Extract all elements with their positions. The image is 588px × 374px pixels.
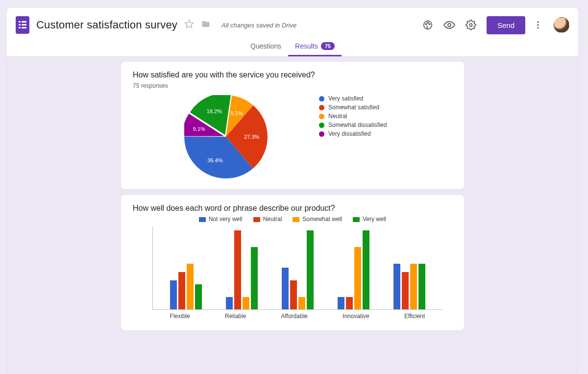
tab-results-label: Results: [295, 42, 318, 50]
bar-group: [170, 264, 202, 310]
app-window: Customer satisfaction survey All changes…: [7, 8, 578, 374]
bar: [290, 280, 297, 310]
legend-swatch: [319, 131, 324, 137]
svg-rect-2: [19, 24, 21, 25]
bar-category-label: Innovative: [343, 313, 369, 320]
legend-swatch: [319, 105, 324, 110]
bar: [346, 297, 353, 310]
bar: [307, 230, 314, 310]
legend-item: Somewhat satisfied: [319, 104, 387, 111]
question-1-responses: 75 responses: [133, 82, 452, 89]
svg-rect-5: [22, 27, 26, 28]
forms-logo-icon: [19, 20, 26, 30]
tab-bar: Questions Results 75: [7, 37, 578, 57]
send-button[interactable]: Send: [487, 16, 525, 34]
bar-legend-item: Somewhat well: [293, 216, 342, 223]
bar: [410, 264, 417, 310]
document-title[interactable]: Customer satisfaction survey: [36, 19, 177, 31]
results-page: How satisfied are you with the service y…: [7, 57, 578, 374]
legend-swatch: [319, 114, 324, 119]
header-bar: Customer satisfaction survey All changes…: [7, 8, 578, 37]
svg-point-12: [469, 24, 472, 26]
bar: [393, 264, 400, 310]
forms-logo[interactable]: [16, 16, 29, 34]
bar: [298, 297, 305, 310]
svg-point-10: [429, 24, 430, 25]
bar-group: [226, 230, 258, 310]
bar: [402, 272, 409, 310]
legend-item: Very dissatisfied: [319, 130, 387, 137]
bar: [234, 230, 241, 310]
legend-swatch: [253, 217, 260, 222]
svg-rect-1: [22, 21, 26, 23]
bar-group: [338, 230, 369, 310]
bar-legend-item: Neutral: [253, 216, 282, 223]
svg-point-14: [537, 24, 539, 25]
bar: [170, 280, 177, 310]
legend-swatch: [319, 96, 324, 101]
svg-marker-6: [185, 20, 194, 28]
bar: [282, 268, 289, 309]
legend-item: Very satisfied: [319, 95, 387, 102]
bar: [338, 297, 344, 310]
legend-swatch: [293, 217, 299, 222]
bar-legend-item: Not very well: [199, 216, 243, 223]
legend-label: Somewhat satisfied: [328, 104, 379, 111]
legend-label: Somewhat dissatisfied: [328, 122, 387, 128]
bar: [251, 247, 258, 310]
star-icon[interactable]: [184, 19, 194, 31]
pie-chart: 9.1%18.2%9.1%27.3%36.4%: [162, 95, 290, 178]
bar: [187, 264, 194, 310]
bar-category-label: Affordable: [281, 313, 308, 320]
avatar[interactable]: [554, 17, 569, 33]
bar: [195, 284, 202, 309]
legend-swatch: [199, 217, 206, 222]
legend-swatch: [319, 123, 324, 128]
bar-category-label: Flexible: [170, 313, 190, 320]
bar-legend: Not very wellNeutralSomewhat wellVery we…: [133, 216, 452, 223]
svg-point-15: [537, 27, 539, 28]
svg-point-13: [537, 22, 539, 23]
svg-rect-4: [19, 27, 21, 28]
bar-axis: FlexibleReliableAffordableInnovativeEffi…: [152, 313, 442, 320]
legend-swatch: [353, 217, 360, 222]
svg-point-11: [448, 24, 451, 26]
question-card-1: How satisfied are you with the service y…: [121, 62, 464, 189]
tab-questions[interactable]: Questions: [244, 37, 288, 56]
svg-rect-0: [19, 21, 21, 23]
bar-chart: [152, 226, 442, 310]
question-2-title: How well does each word or phrase descri…: [133, 204, 452, 213]
bar-category-label: Reliable: [225, 313, 246, 320]
legend-label: Neutral: [328, 113, 347, 120]
folder-icon[interactable]: [201, 20, 211, 30]
question-1-title: How satisfied are you with the service y…: [133, 71, 452, 79]
bar-category-label: Efficient: [404, 313, 425, 320]
results-count-badge: 75: [321, 42, 335, 50]
bar: [363, 230, 369, 310]
bar-legend-item: Very well: [353, 216, 386, 223]
legend-label: Very satisfied: [328, 95, 363, 102]
bar-group: [282, 230, 314, 310]
save-status: All changes saved in Drive: [221, 22, 296, 29]
bar: [243, 297, 249, 310]
preview-icon[interactable]: [441, 16, 458, 34]
bar: [226, 297, 233, 310]
settings-icon[interactable]: [462, 16, 480, 34]
more-icon[interactable]: [529, 16, 547, 34]
legend-item: Neutral: [319, 113, 387, 120]
pie-legend: Very satisfiedSomewhat satisfiedNeutralS…: [319, 95, 387, 139]
svg-point-9: [427, 22, 428, 23]
tab-results[interactable]: Results 75: [288, 37, 342, 56]
bar: [418, 264, 425, 310]
question-card-2: How well does each word or phrase descri…: [121, 195, 464, 330]
legend-item: Somewhat dissatisfied: [319, 122, 387, 128]
theme-icon[interactable]: [419, 16, 437, 34]
svg-rect-3: [22, 24, 26, 25]
legend-label: Very dissatisfied: [328, 130, 371, 137]
svg-point-8: [425, 24, 426, 25]
bar-group: [393, 264, 425, 310]
bar: [354, 247, 361, 310]
bar: [178, 272, 185, 310]
